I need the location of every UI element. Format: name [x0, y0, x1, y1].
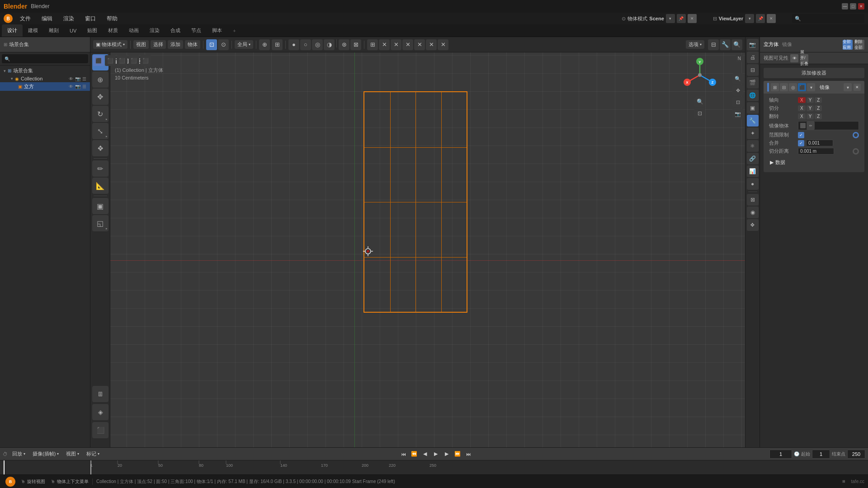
prop-tab-output[interactable]: 🖨	[747, 52, 759, 63]
prop-tab-render[interactable]: 📷	[747, 39, 759, 51]
global-search[interactable]: 🔍	[792, 14, 864, 23]
viewport[interactable]: ▣ 物体模式 ▾ 视图 选择 添加 物体 ⊡ ⊙ 全局 ▾ ⊕	[90, 37, 745, 447]
timeline-ruler[interactable]: 1 20 50 80 100 140 170 200 220 250	[0, 460, 868, 474]
prop-tab-particles[interactable]: ✦	[747, 127, 759, 139]
viewlayer-menu-btn[interactable]: ▾	[745, 14, 754, 23]
mod-close-btn[interactable]: ✕	[854, 84, 861, 91]
viewport-icon1[interactable]: ⊞	[367, 39, 378, 50]
object-menu-btn[interactable]: 物体	[185, 40, 200, 49]
end-frame-input[interactable]: 250	[847, 450, 865, 459]
outliner-item-scene[interactable]: ▾ ⊞ 场景合集	[0, 66, 90, 75]
move-tool-btn[interactable]: ✥	[92, 89, 108, 105]
ws-tab-texture[interactable]: 贴图	[82, 24, 103, 37]
view-visibility-btn[interactable]: 👁	[790, 54, 798, 62]
viewlayer-pin-btn[interactable]: 📌	[756, 14, 765, 23]
mod-menu-btn[interactable]: ▾	[844, 83, 852, 91]
step-forward-btn[interactable]: ▶	[442, 450, 451, 459]
mod-icon-btn1[interactable]: ⊞	[771, 83, 779, 91]
menu-render[interactable]: 渲染	[60, 14, 78, 23]
prop-tab-constraints[interactable]: 🔗	[747, 153, 759, 164]
vertex-select-btn[interactable]: ⬛	[93, 55, 104, 66]
mod-icon-btn2[interactable]: ⊟	[780, 83, 788, 91]
select-menu-btn[interactable]: 选择	[151, 40, 166, 49]
apply-all-btn[interactable]: 全部应用	[843, 40, 853, 50]
jump-start-btn[interactable]: ⏮	[399, 450, 408, 459]
render-preview-btn[interactable]: ◑	[324, 39, 335, 50]
outliner-item-collection[interactable]: ▾ ◉ Collection 👁 📷 ☰	[0, 75, 90, 82]
ws-tab-nodes[interactable]: 节点	[186, 24, 207, 37]
pivot-btn[interactable]: ⊕	[259, 39, 270, 50]
navigation-gizmo[interactable]: Y X Z 🔍 ⊡	[682, 57, 718, 111]
solid-shading-btn[interactable]: ●	[288, 39, 299, 50]
prop-tab-extra3[interactable]: ❖	[747, 219, 759, 231]
viewport-icon2[interactable]: ✕	[379, 39, 390, 50]
expand-collapse-btn[interactable]: 展开/折叠	[800, 54, 808, 62]
add-cube-btn[interactable]: ▣	[92, 198, 108, 214]
annotate-tool-btn[interactable]: ✏	[92, 160, 108, 177]
right-icon-props[interactable]: ⊟	[708, 39, 719, 50]
viewport-icon3[interactable]: ✕	[391, 39, 401, 50]
step-back-btn[interactable]: ◀	[420, 450, 429, 459]
snap-magnet-btn[interactable]: ⊞	[272, 39, 283, 50]
close-button[interactable]: ✕	[858, 3, 864, 9]
scene-close-btn[interactable]: ✕	[688, 14, 697, 23]
extra-btn[interactable]: ⬛	[140, 55, 151, 66]
flip-y-btn[interactable]: Y	[807, 113, 814, 119]
collection-camera-icon[interactable]: 📷	[75, 76, 80, 81]
current-frame-input[interactable]: 1	[769, 450, 792, 459]
ws-tab-uv[interactable]: UV	[64, 24, 82, 37]
flip-z-btn[interactable]: Z	[815, 113, 822, 119]
perspective-btn[interactable]: ⊡	[694, 108, 705, 119]
scene-menu-btn[interactable]: ▾	[666, 14, 675, 23]
ruler-btn[interactable]: 🗏	[92, 386, 108, 402]
uv-select-btn[interactable]: ⬛	[128, 55, 139, 66]
bisect-z-btn[interactable]: Z	[815, 105, 822, 111]
camera-btn[interactable]: 摄像(插帧) ▾	[30, 450, 61, 458]
mod-icon-btn3[interactable]: ◎	[789, 83, 797, 91]
proportional-btn[interactable]: ⊙	[218, 39, 229, 50]
material-preview-btn[interactable]: ◎	[312, 39, 323, 50]
viewport-nav1[interactable]: 🔍	[732, 73, 743, 84]
viewport-icon6[interactable]: ✕	[426, 39, 437, 50]
image-btn[interactable]: ⬛	[92, 422, 108, 438]
overlay-btn[interactable]: ⊛	[339, 39, 349, 50]
maximize-button[interactable]: □	[850, 3, 856, 9]
data-section-header[interactable]: ▶ 数据	[767, 157, 861, 168]
playback-btn[interactable]: 回放 ▾	[9, 450, 28, 458]
wireframe-btn[interactable]: ○	[300, 39, 311, 50]
next-keyframe-btn[interactable]: ⏩	[453, 450, 462, 459]
mod-icon-btn5[interactable]: ▾	[807, 83, 815, 91]
bisect-x-btn[interactable]: X	[798, 105, 806, 111]
origin-btn[interactable]: ◈	[92, 404, 108, 420]
menu-edit[interactable]: 编辑	[38, 14, 56, 23]
ws-tab-compositing[interactable]: 合成	[165, 24, 186, 37]
play-btn[interactable]: ▶	[431, 450, 440, 459]
edge-select-btn[interactable]: ⬛	[105, 55, 116, 66]
ws-tab-modeling[interactable]: 建模	[23, 24, 43, 37]
outliner-search[interactable]: 🔍	[2, 54, 88, 63]
mode-selector[interactable]: ▣ 物体模式 ▾	[93, 40, 127, 49]
bisect-dist-dot[interactable]	[853, 148, 859, 155]
range-limit-checkbox[interactable]: ✓	[798, 132, 804, 138]
axis-x-btn[interactable]: X	[798, 97, 806, 103]
jump-end-btn[interactable]: ⏭	[464, 450, 473, 459]
scene-pin-btn[interactable]: 📌	[677, 14, 686, 23]
start-frame-input[interactable]: 1	[812, 450, 830, 459]
ws-tab-shading[interactable]: 材质	[103, 24, 123, 37]
scale-tool-btn[interactable]: ⤡	[92, 123, 108, 139]
prop-tab-scene[interactable]: 🎬	[747, 77, 759, 89]
measure-tool-btn[interactable]: 📐	[92, 178, 108, 194]
prop-tab-data[interactable]: 📊	[747, 165, 759, 177]
merge-checkbox[interactable]: ✓	[798, 140, 804, 146]
marker-btn[interactable]: 标记 ▾	[84, 450, 102, 458]
ws-tab-scripting[interactable]: 脚本	[207, 24, 227, 37]
range-limit-dot[interactable]	[853, 132, 859, 138]
prop-tab-extra1[interactable]: ⊠	[747, 194, 759, 206]
prop-tab-material[interactable]: ●	[747, 178, 759, 190]
menu-window[interactable]: 窗口	[81, 14, 99, 23]
minimize-button[interactable]: —	[842, 3, 848, 9]
collection-eye-icon[interactable]: 👁	[69, 76, 73, 81]
cube-select-icon[interactable]: ☰	[82, 84, 86, 89]
ws-tab-animation[interactable]: 动画	[123, 24, 144, 37]
xray-btn[interactable]: ⊠	[350, 39, 361, 50]
